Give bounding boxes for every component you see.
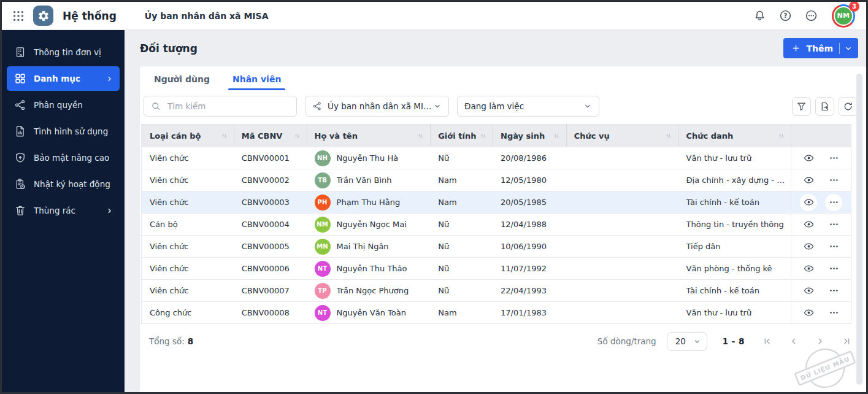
status-filter-select[interactable]: Đang làm việc (457, 96, 599, 117)
row-actions-button[interactable] (825, 194, 842, 211)
add-button[interactable]: Thêm (783, 38, 858, 58)
cell-position (566, 302, 678, 323)
content-panel: Người dùng Nhân viên Ủy ban nhân dân xã … (140, 66, 866, 392)
tab-users[interactable]: Người dùng (154, 74, 210, 90)
search-input[interactable] (166, 101, 290, 112)
sidebar-item-permissions[interactable]: Phân quyền (7, 93, 120, 117)
app-logo[interactable] (33, 6, 53, 26)
cell-title: Tài chính - kế toán (678, 280, 791, 301)
view-button[interactable] (800, 282, 817, 299)
total-label: Tổng số: (149, 336, 185, 346)
row-actions-button[interactable] (825, 172, 842, 189)
first-page-button[interactable] (762, 336, 772, 346)
view-button[interactable] (800, 172, 817, 189)
org-filter-select[interactable]: Ủy ban nhân dân xã MISA (305, 96, 449, 117)
view-button[interactable] (800, 238, 817, 255)
cell-actions (791, 280, 851, 301)
cell-dob: 17/01/1983 (493, 302, 566, 323)
topbar-actions: NM 3 (753, 4, 856, 28)
cell-type: Viên chức (142, 147, 234, 169)
sidebar-item-categories[interactable]: Danh mục (7, 66, 120, 91)
column-header-name[interactable]: Họ và tên (307, 125, 431, 147)
eye-icon (804, 153, 814, 163)
table-row[interactable]: Viên chức CBNV00006 NT Nguyễn Thu Thảo N… (142, 257, 851, 279)
cell-name: PH Phạm Thu Hằng (307, 191, 431, 213)
cell-name: NH Nguyễn Thu Hà (307, 147, 431, 169)
help-icon[interactable] (779, 9, 792, 22)
sidebar-item-unit-info[interactable]: Thông tin đơn vị (7, 40, 120, 64)
cell-code: CBNV00004 (234, 214, 307, 235)
table-row[interactable]: Cán bộ CBNV00004 NM Nguyễn Ngọc Mai Nữ 1… (142, 213, 851, 235)
column-header-position[interactable]: Chức vụ (566, 125, 678, 147)
sidebar-item-security[interactable]: Bảo mật nâng cao (7, 145, 120, 170)
column-header-title[interactable]: Chức danh (678, 125, 791, 147)
prev-page-button[interactable] (789, 336, 799, 346)
cell-dob: 12/05/1980 (493, 169, 566, 191)
table-row[interactable]: Viên chức CBNV00003 PH Phạm Thu Hằng Nam… (142, 191, 851, 213)
column-header-type[interactable]: Loại cán bộ (142, 125, 234, 147)
sidebar-item-label: Danh mục (34, 74, 80, 83)
column-header-dob[interactable]: Ngày sinh (493, 125, 566, 147)
cell-type: Viên chức (142, 169, 234, 191)
avatar: PH (315, 195, 331, 211)
tab-employees[interactable]: Nhân viên (232, 74, 281, 90)
rows-per-page-select[interactable]: 20 (667, 332, 707, 351)
export-button[interactable] (815, 97, 834, 116)
notifications-bell-icon[interactable] (753, 9, 766, 22)
filter-button[interactable] (792, 97, 811, 116)
row-actions-button[interactable] (825, 216, 842, 233)
search-box (144, 96, 297, 117)
view-button[interactable] (800, 304, 817, 322)
vertical-scrollbar[interactable] (856, 74, 862, 385)
row-actions-button[interactable] (825, 260, 842, 277)
table-row[interactable]: Công chức CBNV00008 NT Nguyễn Văn Toàn N… (142, 301, 851, 323)
row-actions-button[interactable] (825, 304, 842, 322)
cell-type: Viên chức (142, 280, 234, 301)
row-actions-button[interactable] (825, 238, 842, 255)
filter-actions (792, 97, 858, 116)
rows-per-page-label: Số dòng/trang (597, 336, 656, 346)
cell-code: CBNV00005 (234, 236, 307, 257)
avatar: TB (315, 172, 331, 188)
column-header-code[interactable]: Mã CBNV (234, 125, 307, 147)
column-header-gender[interactable]: Giới tính (430, 125, 493, 147)
sidebar-item-activity-log[interactable]: Nhật ký hoạt động (7, 172, 120, 196)
sidebar-item-usage[interactable]: Tình hình sử dụng (7, 119, 120, 144)
view-button[interactable] (800, 216, 817, 233)
row-actions-button[interactable] (825, 150, 842, 167)
table-row[interactable]: Viên chức CBNV00002 TB Trần Văn Bình Nam… (142, 169, 851, 191)
prev-page-icon (789, 336, 799, 346)
chevron-down-icon[interactable] (844, 44, 853, 53)
sidebar-item-recycle-bin[interactable]: Thùng rác (7, 198, 120, 223)
view-button[interactable] (800, 150, 817, 167)
cell-title: Địa chính - xây dựng - đ... (678, 169, 791, 191)
table-row[interactable]: Viên chức CBNV00005 MN Mai Thị Ngân Nữ 1… (142, 235, 851, 257)
view-button[interactable] (800, 260, 817, 277)
sidebar-item-label: Tình hình sử dụng (34, 126, 108, 136)
app-launcher-icon[interactable] (12, 9, 25, 23)
sidebar-item-icon (14, 72, 26, 85)
view-button[interactable] (800, 194, 817, 211)
filter-row: Ủy ban nhân dân xã MISA Đang làm việc (140, 90, 866, 122)
cell-title: Tiếp dân (678, 236, 791, 257)
refresh-button[interactable] (839, 97, 858, 116)
sort-icon (664, 132, 672, 140)
sidebar-item-icon (14, 152, 26, 164)
more-options-icon[interactable] (805, 9, 818, 22)
cell-dob: 10/06/1990 (493, 236, 566, 257)
cell-dob: 11/07/1992 (493, 258, 566, 279)
last-page-button[interactable] (842, 336, 851, 346)
chevron-right-icon (106, 207, 113, 215)
table-row[interactable]: Viên chức CBNV00007 TP Trần Ngọc Phương … (142, 279, 851, 301)
table-row[interactable]: Viên chức CBNV00001 NH Nguyễn Thu Hà Nữ … (142, 147, 851, 169)
ellipsis-icon (829, 175, 839, 185)
user-avatar[interactable]: NM 3 (832, 4, 856, 28)
next-page-button[interactable] (815, 336, 825, 346)
cell-type: Cán bộ (142, 214, 234, 235)
row-range: 1 - 8 (723, 336, 745, 346)
chevron-down-icon (693, 338, 701, 346)
cell-name: NM Nguyễn Ngọc Mai (307, 214, 431, 235)
sidebar-item-icon (14, 46, 26, 58)
chevron-down-icon (433, 102, 442, 110)
row-actions-button[interactable] (825, 282, 842, 299)
